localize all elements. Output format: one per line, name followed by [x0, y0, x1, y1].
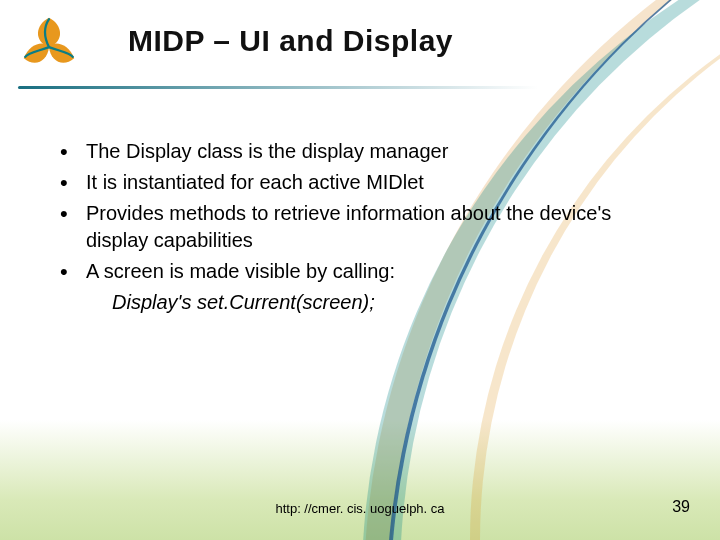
trefoil-logo-icon	[14, 12, 84, 78]
bullet-text: A screen is made visible by calling:	[86, 260, 395, 282]
bullet-text: Provides methods to retrieve information…	[86, 202, 611, 251]
title-bar: MIDP – UI and Display	[0, 0, 720, 110]
list-item: It is instantiated for each active MIDle…	[58, 169, 638, 196]
bullet-text: The Display class is the display manager	[86, 140, 448, 162]
list-item: A screen is made visible by calling:	[58, 258, 638, 285]
content-area: The Display class is the display manager…	[58, 138, 638, 316]
list-item: The Display class is the display manager	[58, 138, 638, 165]
footer-url: http: //cmer. cis. uoguelph. ca	[0, 501, 720, 516]
bullet-text: It is instantiated for each active MIDle…	[86, 171, 424, 193]
code-line: Display's set.Current(screen);	[112, 289, 638, 316]
bullet-list: The Display class is the display manager…	[58, 138, 638, 285]
title-underline	[18, 86, 538, 89]
slide-number: 39	[672, 498, 690, 516]
page-title: MIDP – UI and Display	[128, 24, 453, 58]
slide: MIDP – UI and Display The Display class …	[0, 0, 720, 540]
list-item: Provides methods to retrieve information…	[58, 200, 638, 254]
